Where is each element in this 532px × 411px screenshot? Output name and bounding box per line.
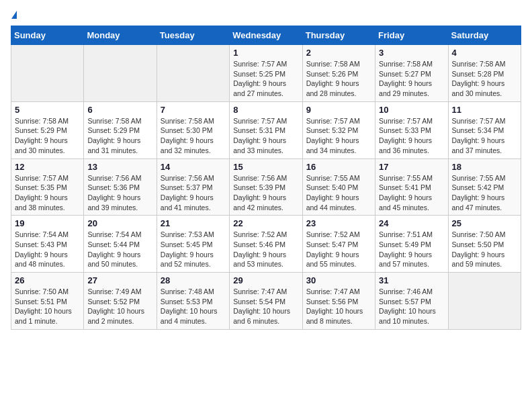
day-info: Sunrise: 7:52 AMSunset: 5:47 PMDaylight:… (306, 230, 371, 269)
day-number: 23 (306, 218, 371, 228)
day-info: Sunrise: 7:53 AMSunset: 5:45 PMDaylight:… (161, 230, 226, 269)
day-info: Sunrise: 7:52 AMSunset: 5:46 PMDaylight:… (233, 230, 298, 269)
logo-triangle-icon (11, 11, 17, 19)
day-of-week-saturday: Saturday (448, 26, 521, 45)
day-number: 1 (233, 48, 298, 58)
calendar-cell: 16Sunrise: 7:55 AMSunset: 5:40 PMDayligh… (302, 158, 375, 216)
day-of-week-wednesday: Wednesday (230, 26, 302, 45)
calendar-cell: 17Sunrise: 7:55 AMSunset: 5:41 PMDayligh… (375, 158, 448, 216)
day-info: Sunrise: 7:58 AMSunset: 5:30 PMDaylight:… (161, 116, 226, 156)
day-info: Sunrise: 7:47 AMSunset: 5:54 PMDaylight:… (233, 287, 298, 326)
week-row-4: 19Sunrise: 7:54 AMSunset: 5:43 PMDayligh… (11, 216, 521, 273)
calendar-cell: 11Sunrise: 7:57 AMSunset: 5:34 PMDayligh… (448, 101, 521, 158)
calendar-cell: 26Sunrise: 7:50 AMSunset: 5:51 PMDayligh… (11, 273, 84, 330)
calendar-cell: 25Sunrise: 7:50 AMSunset: 5:50 PMDayligh… (448, 216, 521, 273)
day-number: 14 (161, 162, 226, 172)
day-info: Sunrise: 7:57 AMSunset: 5:25 PMDaylight:… (233, 59, 298, 99)
calendar-cell: 6Sunrise: 7:58 AMSunset: 5:29 PMDaylight… (84, 101, 157, 158)
day-info: Sunrise: 7:56 AMSunset: 5:39 PMDaylight:… (233, 173, 298, 213)
calendar-cell: 13Sunrise: 7:56 AMSunset: 5:36 PMDayligh… (84, 158, 157, 216)
day-info: Sunrise: 7:58 AMSunset: 5:27 PMDaylight:… (379, 59, 444, 99)
week-row-5: 26Sunrise: 7:50 AMSunset: 5:51 PMDayligh… (11, 273, 521, 330)
day-info: Sunrise: 7:57 AMSunset: 5:34 PMDaylight:… (452, 116, 517, 156)
calendar-table: SundayMondayTuesdayWednesdayThursdayFrid… (11, 26, 521, 330)
calendar-body: 1Sunrise: 7:57 AMSunset: 5:25 PMDaylight… (11, 45, 521, 330)
day-number: 19 (15, 218, 80, 228)
calendar-cell: 9Sunrise: 7:57 AMSunset: 5:32 PMDaylight… (302, 101, 375, 158)
day-number: 22 (233, 218, 298, 228)
day-number: 11 (452, 105, 517, 115)
day-info: Sunrise: 7:54 AMSunset: 5:44 PMDaylight:… (87, 230, 152, 269)
calendar-cell: 18Sunrise: 7:55 AMSunset: 5:42 PMDayligh… (448, 158, 521, 216)
calendar-header: SundayMondayTuesdayWednesdayThursdayFrid… (11, 26, 521, 45)
day-number: 7 (161, 105, 226, 115)
day-info: Sunrise: 7:49 AMSunset: 5:52 PMDaylight:… (87, 287, 152, 326)
day-number: 3 (379, 48, 444, 58)
day-info: Sunrise: 7:51 AMSunset: 5:49 PMDaylight:… (379, 230, 444, 269)
day-info: Sunrise: 7:57 AMSunset: 5:32 PMDaylight:… (306, 116, 371, 156)
day-info: Sunrise: 7:55 AMSunset: 5:41 PMDaylight:… (379, 173, 444, 213)
calendar-cell: 3Sunrise: 7:58 AMSunset: 5:27 PMDaylight… (375, 45, 448, 102)
calendar-cell: 22Sunrise: 7:52 AMSunset: 5:46 PMDayligh… (230, 216, 302, 273)
week-row-2: 5Sunrise: 7:58 AMSunset: 5:29 PMDaylight… (11, 101, 521, 158)
calendar-cell: 30Sunrise: 7:47 AMSunset: 5:56 PMDayligh… (302, 273, 375, 330)
day-number: 2 (306, 48, 371, 58)
day-number: 15 (233, 162, 298, 172)
day-number: 6 (87, 105, 152, 115)
day-number: 13 (87, 162, 152, 172)
calendar-cell: 21Sunrise: 7:53 AMSunset: 5:45 PMDayligh… (157, 216, 229, 273)
day-number: 31 (379, 275, 444, 285)
calendar-cell: 5Sunrise: 7:58 AMSunset: 5:29 PMDaylight… (11, 101, 84, 158)
calendar-cell: 31Sunrise: 7:46 AMSunset: 5:57 PMDayligh… (375, 273, 448, 330)
day-number: 10 (379, 105, 444, 115)
week-row-1: 1Sunrise: 7:57 AMSunset: 5:25 PMDaylight… (11, 45, 521, 102)
calendar-cell: 1Sunrise: 7:57 AMSunset: 5:25 PMDaylight… (230, 45, 302, 102)
calendar-cell: 24Sunrise: 7:51 AMSunset: 5:49 PMDayligh… (375, 216, 448, 273)
calendar-cell: 7Sunrise: 7:58 AMSunset: 5:30 PMDaylight… (157, 101, 229, 158)
week-row-3: 12Sunrise: 7:57 AMSunset: 5:35 PMDayligh… (11, 158, 521, 216)
calendar-cell (11, 45, 84, 102)
day-number: 27 (87, 275, 152, 285)
calendar-cell: 14Sunrise: 7:56 AMSunset: 5:37 PMDayligh… (157, 158, 229, 216)
day-of-week-thursday: Thursday (302, 26, 375, 45)
calendar-cell: 27Sunrise: 7:49 AMSunset: 5:52 PMDayligh… (84, 273, 157, 330)
day-info: Sunrise: 7:54 AMSunset: 5:43 PMDaylight:… (15, 230, 80, 269)
calendar-cell: 23Sunrise: 7:52 AMSunset: 5:47 PMDayligh… (302, 216, 375, 273)
day-number: 28 (161, 275, 226, 285)
day-info: Sunrise: 7:58 AMSunset: 5:28 PMDaylight:… (452, 59, 517, 99)
calendar-cell (157, 45, 229, 102)
calendar-cell: 20Sunrise: 7:54 AMSunset: 5:44 PMDayligh… (84, 216, 157, 273)
day-number: 29 (233, 275, 298, 285)
day-number: 9 (306, 105, 371, 115)
calendar-cell (84, 45, 157, 102)
day-info: Sunrise: 7:55 AMSunset: 5:42 PMDaylight:… (452, 173, 517, 213)
calendar-cell: 19Sunrise: 7:54 AMSunset: 5:43 PMDayligh… (11, 216, 84, 273)
day-info: Sunrise: 7:50 AMSunset: 5:50 PMDaylight:… (452, 230, 517, 269)
day-number: 20 (87, 218, 152, 228)
day-of-week-friday: Friday (375, 26, 448, 45)
day-number: 8 (233, 105, 298, 115)
calendar-cell (448, 273, 521, 330)
day-info: Sunrise: 7:58 AMSunset: 5:26 PMDaylight:… (306, 59, 371, 99)
day-number: 17 (379, 162, 444, 172)
day-number: 18 (452, 162, 517, 172)
logo (11, 11, 17, 19)
day-number: 25 (452, 218, 517, 228)
calendar-cell: 29Sunrise: 7:47 AMSunset: 5:54 PMDayligh… (230, 273, 302, 330)
day-number: 4 (452, 48, 517, 58)
day-of-week-sunday: Sunday (11, 26, 84, 45)
day-info: Sunrise: 7:46 AMSunset: 5:57 PMDaylight:… (379, 287, 444, 326)
day-number: 26 (15, 275, 80, 285)
day-info: Sunrise: 7:55 AMSunset: 5:40 PMDaylight:… (306, 173, 371, 213)
day-of-week-tuesday: Tuesday (157, 26, 229, 45)
day-info: Sunrise: 7:50 AMSunset: 5:51 PMDaylight:… (15, 287, 80, 326)
day-info: Sunrise: 7:56 AMSunset: 5:37 PMDaylight:… (161, 173, 226, 213)
calendar-cell: 8Sunrise: 7:57 AMSunset: 5:31 PMDaylight… (230, 101, 302, 158)
day-info: Sunrise: 7:57 AMSunset: 5:31 PMDaylight:… (233, 116, 298, 156)
day-number: 5 (15, 105, 80, 115)
day-number: 16 (306, 162, 371, 172)
header (11, 11, 521, 19)
calendar-cell: 10Sunrise: 7:57 AMSunset: 5:33 PMDayligh… (375, 101, 448, 158)
day-info: Sunrise: 7:57 AMSunset: 5:35 PMDaylight:… (15, 173, 80, 213)
calendar-cell: 28Sunrise: 7:48 AMSunset: 5:53 PMDayligh… (157, 273, 229, 330)
